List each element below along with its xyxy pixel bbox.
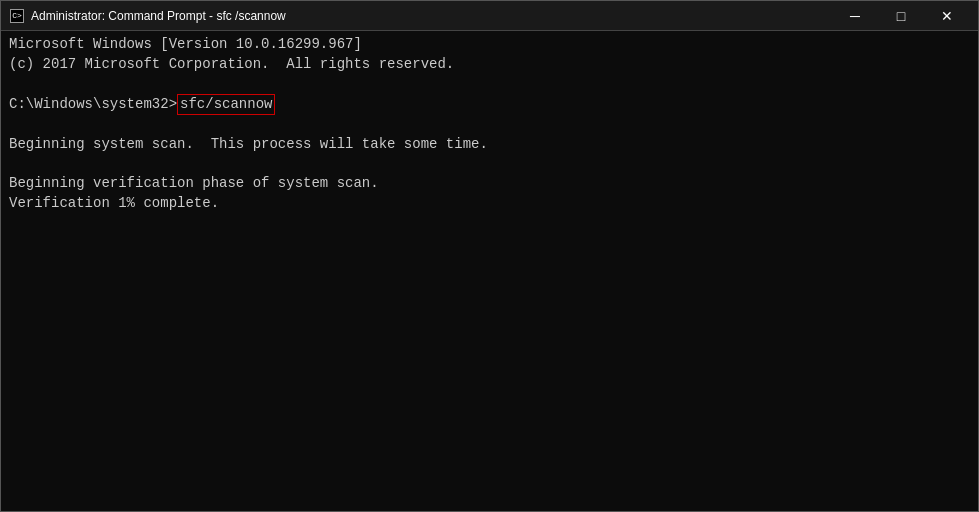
title-bar: C> Administrator: Command Prompt - sfc /… [1,1,978,31]
console-line-5: Beginning system scan. This process will… [9,135,970,155]
console-empty-3 [9,155,970,175]
cmd-icon: C> [10,9,24,23]
console-line-2: (c) 2017 Microsoft Corporation. All righ… [9,55,970,75]
cmd-icon-wrapper: C> [9,8,25,24]
console-empty-1 [9,74,970,94]
console-empty-2 [9,115,970,135]
window-title: Administrator: Command Prompt - sfc /sca… [31,9,286,23]
console-line-1: Microsoft Windows [Version 10.0.16299.96… [9,35,970,55]
minimize-button[interactable]: ─ [832,1,878,31]
prompt-text: C:\Windows\system32> [9,95,177,115]
close-button[interactable]: ✕ [924,1,970,31]
console-command-line: C:\Windows\system32>sfc/scannow [9,94,970,116]
console-body[interactable]: Microsoft Windows [Version 10.0.16299.96… [1,31,978,511]
maximize-button[interactable]: □ [878,1,924,31]
cmd-window: C> Administrator: Command Prompt - sfc /… [0,0,979,512]
console-line-8: Verification 1% complete. [9,194,970,214]
title-bar-left: C> Administrator: Command Prompt - sfc /… [9,8,286,24]
title-bar-buttons: ─ □ ✕ [832,1,970,31]
command-text: sfc/scannow [177,94,275,116]
console-line-7: Beginning verification phase of system s… [9,174,970,194]
